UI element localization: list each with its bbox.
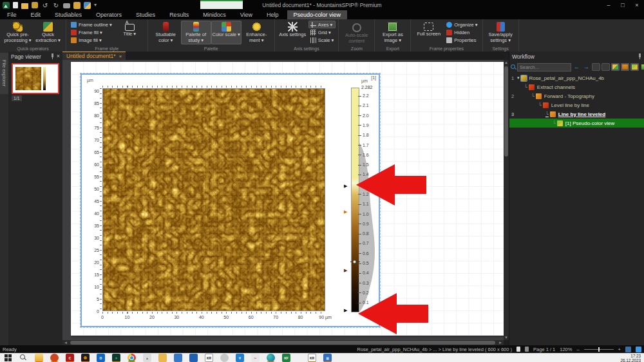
vertical-scrollbar[interactable]: ▲ ▼ — [504, 60, 509, 340]
image-fill-button[interactable]: Image fill ▾ — [69, 36, 114, 44]
pin-icon[interactable] — [638, 53, 642, 59]
link-disabled-icon[interactable] — [601, 63, 610, 71]
tab-file-explorer[interactable]: File explorer — [0, 53, 8, 94]
menu-studiables[interactable]: Studiables — [48, 10, 89, 19]
workflow-tree-item[interactable]: 3└Line by line leveled — [509, 110, 644, 119]
frame-fill-button[interactable]: Frame fill ▾ — [69, 28, 114, 36]
scale-button[interactable]: Scale ▾ — [308, 36, 336, 44]
organize-button[interactable]: Organize ▾ — [444, 21, 479, 28]
taskbar-pictures-folder-icon[interactable] — [158, 354, 167, 362]
qat-menu-icon[interactable]: ▾ — [94, 2, 99, 9]
taskbar-terminal-icon[interactable]: > — [112, 354, 120, 362]
menu-edit[interactable]: Edit — [24, 10, 48, 19]
page-thumbnail[interactable] — [12, 63, 59, 94]
document-tab[interactable]: Untitled document1* × — [62, 52, 126, 60]
zoom-slider[interactable] — [584, 349, 614, 350]
taskbar-clock-app-icon[interactable] — [220, 354, 229, 362]
workflow-tree-item[interactable]: 1▾Rose_petal_air_ppp_NCHAu_4b — [509, 73, 644, 82]
fit-page-icon[interactable] — [625, 347, 631, 352]
taskbar-corel-app-icon[interactable]: C — [66, 354, 74, 362]
taskbar-snipping-tool-icon[interactable]: ✂ — [251, 354, 260, 362]
zoom-slider-thumb[interactable] — [598, 347, 600, 352]
palette-of-study-button[interactable]: Palette of study ▾ — [181, 21, 211, 44]
document-tab-close-icon[interactable]: × — [119, 53, 122, 59]
horizontal-scrollbar[interactable]: ◄ ► — [62, 340, 504, 345]
menu-file[interactable]: File — [0, 10, 24, 19]
color-scale-bar[interactable] — [351, 88, 359, 312]
export-share-icon[interactable] — [84, 2, 91, 9]
taskbar-kr-app-2-icon[interactable]: KR — [308, 354, 316, 362]
frame-outline-button[interactable]: Frame outline ▾ — [69, 21, 114, 28]
axis-settings-button[interactable]: Axis settings — [278, 21, 308, 39]
print-icon[interactable] — [63, 3, 70, 8]
redo-icon[interactable]: ↻ — [52, 2, 60, 9]
enhancement-button[interactable]: Enhance- ment ▾ — [242, 21, 272, 44]
open-document-icon[interactable] — [21, 3, 28, 9]
studiables-view-icon[interactable] — [611, 63, 620, 71]
axes-button[interactable]: Axes ▾ — [308, 21, 336, 28]
menu-help[interactable]: Help — [260, 10, 286, 19]
restore-button[interactable]: □ — [616, 0, 630, 10]
page-layout-icon[interactable] — [516, 347, 520, 352]
menu-results[interactable]: Results — [162, 10, 196, 19]
quick-extraction-button[interactable]: Quick extraction ▾ — [33, 21, 63, 44]
workflow-tree-item[interactable]: 2└Forward - Topography — [509, 91, 644, 100]
menu-studies[interactable]: Studies — [129, 10, 162, 19]
taskbar-paint-icon[interactable] — [174, 354, 182, 362]
taskbar-clock[interactable]: 17:23 26.12.2023 — [620, 354, 641, 362]
compare-disabled-icon[interactable] — [592, 63, 600, 71]
page-layout-icon-2[interactable] — [525, 347, 529, 352]
menu-operators[interactable]: Operators — [89, 10, 129, 19]
taskbar-edge-icon[interactable] — [267, 354, 275, 362]
workflow-tree-item[interactable]: └[1] Pseudo-color view — [509, 119, 644, 128]
hidden-button[interactable]: Hidden — [444, 28, 479, 36]
export-image-button[interactable]: Export as image ▾ — [377, 21, 408, 44]
pin-icon[interactable] — [50, 53, 55, 59]
fit-width-icon[interactable] — [636, 347, 641, 352]
taskbar-dark-orange-app-icon[interactable] — [81, 354, 90, 362]
taskbar-vscode-icon[interactable]: V — [236, 354, 244, 362]
studiable-color-button[interactable]: Studiable color ▾ — [151, 21, 181, 44]
properties-button[interactable]: Properties — [444, 36, 479, 44]
grid-button[interactable]: Grid ▾ — [308, 28, 336, 36]
studies-view-icon[interactable] — [640, 63, 644, 71]
channels-view-icon[interactable] — [621, 63, 629, 71]
save-apply-button[interactable]: Save/apply settings ▾ — [486, 21, 516, 44]
menu-view[interactable]: View — [233, 10, 260, 19]
workflow-search-input[interactable] — [517, 63, 571, 71]
full-screen-button[interactable]: Full screen — [413, 21, 444, 38]
open-folder-icon[interactable] — [73, 2, 80, 9]
workflow-tree-item[interactable]: └Level line by line — [509, 100, 644, 110]
title-button[interactable]: Title ▾ — [115, 21, 145, 38]
zoom-out-button[interactable]: – — [576, 347, 579, 352]
new-document-icon[interactable] — [13, 2, 18, 8]
taskbar-start-icon[interactable] — [4, 354, 12, 362]
operators-view-icon[interactable] — [630, 63, 639, 71]
taskbar-wallet-icon[interactable] — [189, 354, 198, 362]
nav-back-icon[interactable]: ← — [573, 63, 581, 71]
taskbar-powerpoint-icon[interactable] — [50, 354, 59, 362]
lower-clip-marker[interactable]: ▶ — [344, 308, 347, 312]
upper-clip-marker[interactable]: ▶ — [344, 184, 347, 188]
minimize-button[interactable]: – — [601, 0, 616, 10]
menu-minidocs[interactable]: Minidocs — [196, 10, 233, 19]
color-scale-button[interactable]: Color scale ▾ — [211, 21, 242, 44]
taskbar-outlook-icon[interactable]: O — [97, 354, 105, 362]
workflow-tree-item[interactable]: └Extract channels — [509, 82, 644, 91]
taskbar-file-explorer-icon[interactable] — [35, 354, 43, 362]
expander-icon[interactable]: ▾ — [517, 75, 520, 81]
save-icon[interactable] — [32, 2, 38, 8]
undo-icon[interactable]: ↺ — [41, 2, 49, 9]
tab-pseudo-color-view[interactable]: Pseudo-color view — [287, 10, 348, 19]
quick-preprocessing-button[interactable]: Quick pre- processing ▾ — [3, 21, 33, 44]
palette-marker-upper[interactable]: ▶ — [344, 209, 347, 214]
palette-marker-lower[interactable]: ▶ — [344, 268, 347, 272]
taskbar-chrome-icon[interactable] — [128, 354, 136, 362]
zoom-in-button[interactable]: + — [618, 347, 621, 352]
close-button[interactable]: × — [630, 0, 644, 10]
color-scale-handle[interactable] — [353, 260, 356, 263]
app-logo-icon[interactable] — [3, 2, 10, 9]
pseudo-color-frame[interactable]: [1] µm — [80, 73, 380, 327]
taskbar-photos-icon[interactable]: ▲ — [143, 354, 151, 362]
vertical-scrollbar-thumb[interactable] — [504, 66, 508, 157]
